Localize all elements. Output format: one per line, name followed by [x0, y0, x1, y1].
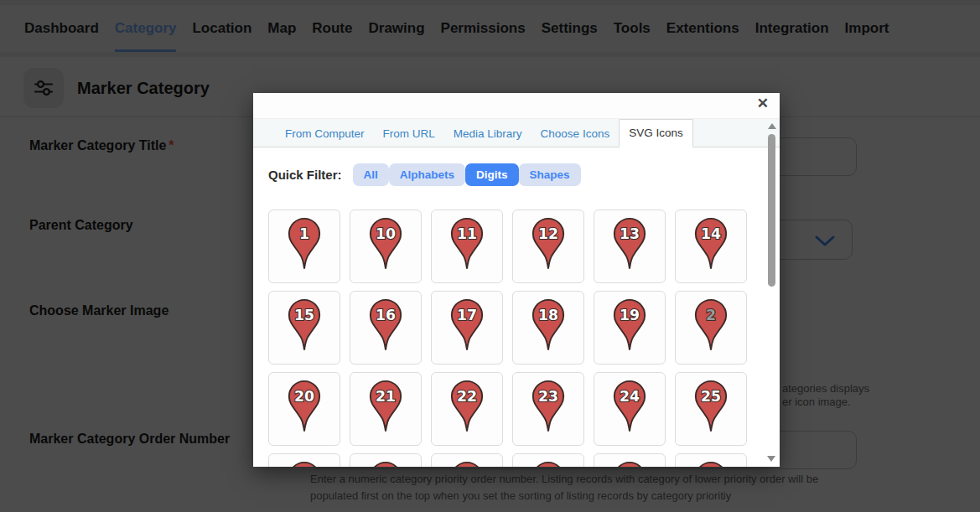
- modal-header: ✕: [253, 93, 780, 118]
- svg-text:10: 10: [376, 225, 396, 242]
- svg-text:17: 17: [457, 307, 477, 323]
- modal-body: Quick Filter: AllAlphabetsDigitsShapes 1…: [253, 147, 780, 467]
- marker-pin-icon: [529, 460, 568, 467]
- svg-icon-option-16[interactable]: 16: [350, 291, 422, 365]
- marker-pin-icon: 18: [529, 297, 568, 354]
- marker-pin-icon: [366, 460, 405, 467]
- modal-tab-from-url[interactable]: From URL: [374, 121, 444, 147]
- svg-icon-option-12[interactable]: 12: [512, 209, 584, 283]
- svg-icon-option-1[interactable]: 1: [268, 209, 340, 283]
- svg-icon-option[interactable]: [594, 453, 666, 467]
- svg-icon-option-21[interactable]: 21: [350, 372, 422, 446]
- svg-icon-option-2[interactable]: 2: [675, 291, 747, 365]
- svg-text:22: 22: [457, 388, 477, 405]
- marker-pin-icon: 12: [529, 216, 568, 272]
- marker-pin-icon: 22: [448, 379, 486, 435]
- svg-icon-option-11[interactable]: 11: [431, 209, 503, 283]
- svg-icon-option-23[interactable]: 23: [512, 372, 584, 446]
- marker-pin-icon: 2: [692, 297, 730, 354]
- svg-icon-option-13[interactable]: 13: [594, 209, 666, 283]
- media-picker-modal: ✕ From ComputerFrom URLMedia LibraryChoo…: [253, 93, 780, 467]
- quick-filter-all[interactable]: All: [353, 163, 389, 186]
- svg-text:12: 12: [538, 225, 558, 242]
- scrollbar-up-arrow-icon[interactable]: [768, 123, 776, 129]
- svg-text:11: 11: [457, 225, 477, 242]
- svg-icon-option[interactable]: [512, 453, 584, 467]
- marker-pin-icon: 19: [610, 297, 649, 354]
- svg-text:14: 14: [701, 225, 721, 242]
- quick-filter-label: Quick Filter:: [268, 168, 342, 182]
- marker-pin-icon: 13: [610, 216, 649, 272]
- marker-pin-icon: 16: [366, 297, 405, 354]
- modal-tab-svg-icons[interactable]: SVG Icons: [619, 119, 693, 147]
- svg-icon-option[interactable]: [431, 453, 503, 467]
- svg-icon-option-14[interactable]: 14: [675, 209, 747, 283]
- svg-text:23: 23: [538, 388, 558, 405]
- quick-filter-alphabets[interactable]: Alphabets: [389, 163, 465, 186]
- marker-pin-icon: [610, 460, 649, 467]
- svg-text:25: 25: [701, 388, 721, 405]
- scrollbar-thumb[interactable]: [768, 134, 775, 287]
- marker-pin-icon: [692, 460, 730, 467]
- marker-pin-icon: 25: [692, 379, 730, 435]
- modal-tab-from-computer[interactable]: From Computer: [276, 121, 374, 147]
- marker-pin-icon: 10: [366, 216, 405, 272]
- marker-pin-icon: 20: [285, 379, 324, 435]
- svg-icon-option-25[interactable]: 25: [675, 372, 747, 446]
- svg-icon-option-19[interactable]: 19: [594, 291, 666, 365]
- close-icon[interactable]: ✕: [752, 96, 774, 111]
- marker-pin-icon: 1: [285, 216, 324, 272]
- svg-text:16: 16: [376, 307, 396, 323]
- svg-text:1: 1: [299, 225, 309, 242]
- svg-text:18: 18: [538, 307, 558, 323]
- modal-tab-bar: From ComputerFrom URLMedia LibraryChoose…: [253, 118, 780, 147]
- screen: DashboardCategoryLocationMapRouteDrawing…: [0, 0, 980, 512]
- svg-icon-option-10[interactable]: 10: [350, 209, 422, 283]
- marker-pin-icon: 17: [448, 297, 486, 354]
- quick-filter-buttons: AllAlphabetsDigitsShapes: [353, 163, 581, 186]
- svg-text:19: 19: [620, 307, 640, 323]
- svg-text:24: 24: [620, 388, 640, 405]
- svg-icon-option[interactable]: [675, 453, 747, 467]
- svg-text:15: 15: [294, 307, 314, 323]
- quick-filter-shapes[interactable]: Shapes: [519, 163, 581, 186]
- svg-text:2: 2: [706, 307, 716, 323]
- svg-icon-grid: 1 10 11 12 13 14 15: [268, 209, 747, 467]
- marker-pin-icon: 14: [692, 216, 730, 272]
- svg-text:21: 21: [376, 388, 396, 405]
- svg-icon-option[interactable]: [350, 453, 422, 467]
- quick-filter-row: Quick Filter: AllAlphabetsDigitsShapes: [268, 163, 780, 186]
- svg-text:20: 20: [294, 388, 314, 405]
- marker-pin-icon: 24: [610, 379, 649, 435]
- marker-pin-icon: [285, 460, 324, 467]
- svg-icon-option-22[interactable]: 22: [431, 372, 503, 446]
- modal-tab-choose-icons[interactable]: Choose Icons: [531, 121, 620, 147]
- quick-filter-digits[interactable]: Digits: [465, 163, 519, 186]
- svg-icon-option-15[interactable]: 15: [268, 291, 340, 365]
- svg-icon-option-24[interactable]: 24: [594, 372, 666, 446]
- modal-scrollbar[interactable]: [766, 123, 777, 462]
- svg-icon-option-20[interactable]: 20: [268, 372, 340, 446]
- marker-pin-icon: 15: [285, 297, 324, 354]
- svg-icon-option[interactable]: [268, 453, 340, 467]
- marker-pin-icon: 11: [448, 216, 486, 272]
- svg-icon-option-17[interactable]: 17: [431, 291, 503, 365]
- scrollbar-down-arrow-icon[interactable]: [767, 456, 775, 462]
- svg-icon-option-18[interactable]: 18: [512, 291, 584, 365]
- marker-pin-icon: 23: [529, 379, 568, 435]
- modal-tab-media-library[interactable]: Media Library: [444, 121, 531, 147]
- marker-pin-icon: [448, 460, 486, 467]
- svg-text:13: 13: [620, 225, 640, 242]
- marker-pin-icon: 21: [366, 379, 405, 435]
